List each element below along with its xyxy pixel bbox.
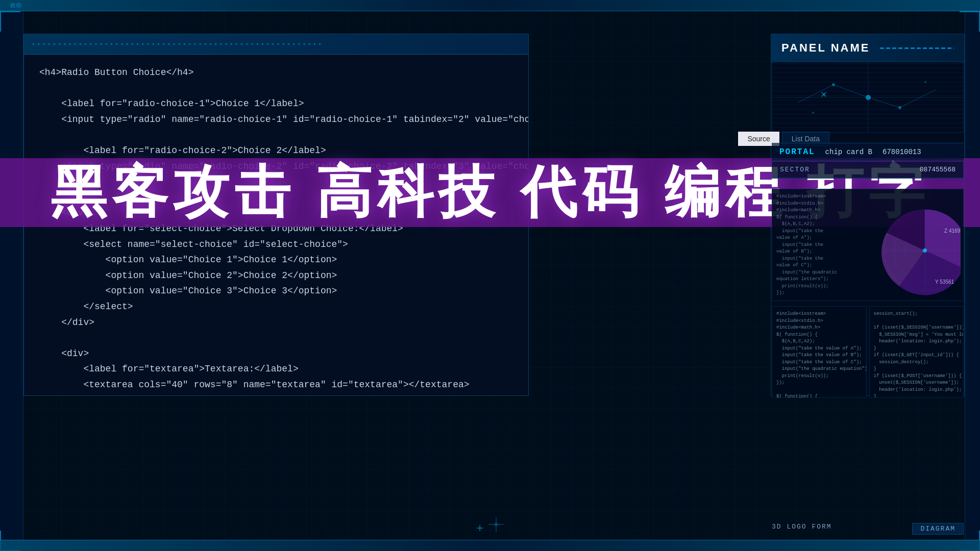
code-blocks-right: #include<iostream> #include<stdio.h> #in… <box>772 306 964 398</box>
panel-decorline <box>880 47 954 49</box>
pie-chart-svg: Z 41693 Y 53561 <box>869 194 961 296</box>
bottom-label-right: DIAGRAM <box>912 523 964 535</box>
bottom-label-left: 3D LOGO FORM <box>772 523 832 535</box>
side-bar-right <box>965 11 980 540</box>
svg-point-6 <box>924 81 926 83</box>
mini-code-left: #include<iostream> #include<stdio.h> #in… <box>776 311 862 398</box>
code-panel-header-text: ▪▪▪▪▪▪▪▪▪▪▪▪▪▪▪▪▪▪▪▪▪▪▪▪▪▪▪▪▪▪▪▪▪▪▪▪▪▪▪▪… <box>32 41 323 48</box>
chart-left-code: #include<iostream> #include<stdio.h> #in… <box>772 189 844 300</box>
crosshair-svg <box>488 517 504 532</box>
code-panel-header: ▪▪▪▪▪▪▪▪▪▪▪▪▪▪▪▪▪▪▪▪▪▪▪▪▪▪▪▪▪▪▪▪▪▪▪▪▪▪▪▪… <box>24 34 528 55</box>
portal-row: PORTAL chip card B 678010013 <box>772 143 964 161</box>
side-bar-left <box>0 11 23 540</box>
sector-area: SECTOR 087455568 <box>772 161 964 179</box>
code-block-left: #include<iostream> #include<stdio.h> #in… <box>772 306 867 398</box>
bottom-labels: 3D LOGO FORM DIAGRAM <box>772 523 964 535</box>
portal-code: 678010013 <box>883 148 921 156</box>
close-button[interactable]: × <box>821 89 827 101</box>
svg-text:Z 41693: Z 41693 <box>944 228 961 234</box>
corner-decoration-tl <box>0 11 20 32</box>
deco-map-area <box>772 61 964 133</box>
chart-area: #include<iostream> #include<stdio.h> #in… <box>772 189 964 301</box>
top-bar: 姓你 <box>0 0 980 11</box>
mini-code-right: session_start(); if (isset($_SESSION['us… <box>874 311 960 398</box>
panel-name-label: PANEL NAME <box>781 41 870 55</box>
bottom-bar <box>0 540 980 551</box>
map-svg <box>772 62 964 133</box>
sector-header: SECTOR 087455568 <box>772 162 963 178</box>
chart-code-text: #include<iostream> #include<stdio.h> #in… <box>776 193 840 300</box>
svg-point-5 <box>812 112 814 114</box>
corner-decoration-tr <box>960 11 980 32</box>
crosshair <box>476 517 504 536</box>
portal-label: PORTAL <box>779 147 815 157</box>
code-line-1: <h4>Radio Button Choice</h4> <label for=… <box>39 67 529 396</box>
code-block-right: session_start(); if (isset($_SESSION['us… <box>869 306 964 398</box>
sector-label: SECTOR <box>780 166 810 173</box>
top-bar-text: 姓你 <box>10 2 21 9</box>
svg-text:Y 53561: Y 53561 <box>935 279 954 285</box>
sector-value: 087455568 <box>920 166 955 173</box>
panel-header: PANEL NAME <box>771 34 964 62</box>
portal-chip-card: chip card B <box>825 148 872 156</box>
